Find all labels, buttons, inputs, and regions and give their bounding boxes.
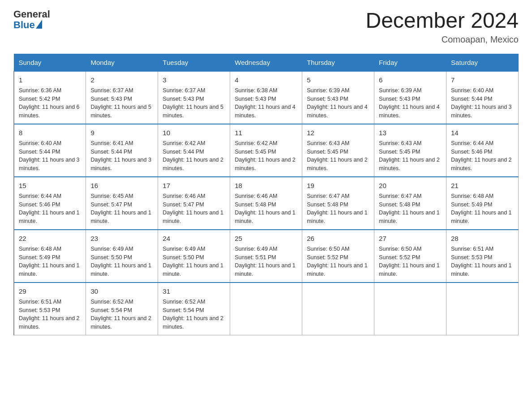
calendar-cell: 23 Sunrise: 6:49 AMSunset: 5:50 PMDaylig… <box>86 230 158 283</box>
calendar-cell: 13 Sunrise: 6:43 AMSunset: 5:45 PMDaylig… <box>374 124 446 177</box>
day-number: 11 <box>235 128 297 137</box>
day-number: 16 <box>90 181 153 190</box>
day-info: Sunrise: 6:45 AMSunset: 5:47 PMDaylight:… <box>90 193 151 224</box>
calendar-week-row: 1 Sunrise: 6:36 AMSunset: 5:42 PMDayligh… <box>14 71 519 124</box>
day-number: 21 <box>451 181 514 190</box>
calendar-cell: 25 Sunrise: 6:49 AMSunset: 5:51 PMDaylig… <box>230 230 302 283</box>
day-number: 24 <box>163 234 225 243</box>
logo-triangle-icon <box>36 20 42 29</box>
day-number: 6 <box>379 75 442 85</box>
calendar-cell: 24 Sunrise: 6:49 AMSunset: 5:50 PMDaylig… <box>158 230 230 283</box>
calendar-cell <box>374 283 446 335</box>
header-right: December 2024 Comoapan, Mexico <box>365 9 519 45</box>
calendar-cell: 22 Sunrise: 6:48 AMSunset: 5:49 PMDaylig… <box>14 230 86 283</box>
day-number: 2 <box>90 75 153 85</box>
calendar-cell: 15 Sunrise: 6:44 AMSunset: 5:46 PMDaylig… <box>14 177 86 230</box>
day-number: 23 <box>90 234 153 243</box>
day-info: Sunrise: 6:44 AMSunset: 5:46 PMDaylight:… <box>451 140 512 171</box>
column-header-monday: Monday <box>86 54 158 71</box>
calendar-cell: 8 Sunrise: 6:40 AMSunset: 5:44 PMDayligh… <box>14 124 86 177</box>
calendar-cell: 17 Sunrise: 6:46 AMSunset: 5:47 PMDaylig… <box>158 177 230 230</box>
calendar-cell: 7 Sunrise: 6:40 AMSunset: 5:44 PMDayligh… <box>446 71 519 124</box>
day-info: Sunrise: 6:42 AMSunset: 5:44 PMDaylight:… <box>163 140 223 171</box>
calendar-cell: 4 Sunrise: 6:38 AMSunset: 5:43 PMDayligh… <box>230 71 302 124</box>
calendar-cell: 26 Sunrise: 6:50 AMSunset: 5:52 PMDaylig… <box>302 230 374 283</box>
day-number: 1 <box>19 75 81 85</box>
calendar-cell <box>302 283 374 335</box>
day-info: Sunrise: 6:52 AMSunset: 5:54 PMDaylight:… <box>163 299 223 330</box>
logo-blue: Blue <box>13 20 35 30</box>
month-year-title: December 2024 <box>365 9 519 33</box>
day-info: Sunrise: 6:52 AMSunset: 5:54 PMDaylight:… <box>90 299 151 330</box>
day-number: 9 <box>90 128 153 137</box>
day-number: 13 <box>379 128 442 137</box>
day-info: Sunrise: 6:48 AMSunset: 5:49 PMDaylight:… <box>19 246 80 277</box>
calendar-cell: 16 Sunrise: 6:45 AMSunset: 5:47 PMDaylig… <box>86 177 158 230</box>
day-info: Sunrise: 6:48 AMSunset: 5:49 PMDaylight:… <box>451 193 512 224</box>
day-number: 3 <box>163 75 225 85</box>
calendar-cell: 12 Sunrise: 6:43 AMSunset: 5:45 PMDaylig… <box>302 124 374 177</box>
day-info: Sunrise: 6:41 AMSunset: 5:44 PMDaylight:… <box>90 140 151 171</box>
calendar-cell: 19 Sunrise: 6:47 AMSunset: 5:48 PMDaylig… <box>302 177 374 230</box>
day-number: 28 <box>451 234 514 243</box>
day-info: Sunrise: 6:39 AMSunset: 5:43 PMDaylight:… <box>379 87 440 119</box>
day-info: Sunrise: 6:40 AMSunset: 5:44 PMDaylight:… <box>19 140 80 171</box>
day-number: 30 <box>90 287 153 296</box>
day-number: 20 <box>379 181 442 190</box>
calendar-cell: 29 Sunrise: 6:51 AMSunset: 5:53 PMDaylig… <box>14 283 86 335</box>
day-info: Sunrise: 6:44 AMSunset: 5:46 PMDaylight:… <box>19 193 80 224</box>
calendar-cell: 10 Sunrise: 6:42 AMSunset: 5:44 PMDaylig… <box>158 124 230 177</box>
column-header-tuesday: Tuesday <box>158 54 230 71</box>
day-number: 27 <box>379 234 442 243</box>
day-info: Sunrise: 6:37 AMSunset: 5:43 PMDaylight:… <box>163 87 223 119</box>
day-number: 19 <box>307 181 369 190</box>
logo: General Blue <box>13 9 50 30</box>
calendar-cell: 28 Sunrise: 6:51 AMSunset: 5:53 PMDaylig… <box>446 230 519 283</box>
calendar-cell: 9 Sunrise: 6:41 AMSunset: 5:44 PMDayligh… <box>86 124 158 177</box>
day-info: Sunrise: 6:40 AMSunset: 5:44 PMDaylight:… <box>451 87 512 119</box>
calendar-cell: 1 Sunrise: 6:36 AMSunset: 5:42 PMDayligh… <box>14 71 86 124</box>
calendar-week-row: 29 Sunrise: 6:51 AMSunset: 5:53 PMDaylig… <box>14 283 519 335</box>
column-header-wednesday: Wednesday <box>230 54 302 71</box>
day-info: Sunrise: 6:50 AMSunset: 5:52 PMDaylight:… <box>379 246 440 277</box>
day-number: 4 <box>235 75 297 85</box>
day-info: Sunrise: 6:51 AMSunset: 5:53 PMDaylight:… <box>19 299 80 330</box>
day-number: 10 <box>163 128 225 137</box>
logo-general: General <box>13 9 50 20</box>
day-info: Sunrise: 6:43 AMSunset: 5:45 PMDaylight:… <box>307 140 368 171</box>
logo-text: General Blue <box>13 9 50 30</box>
calendar-cell: 14 Sunrise: 6:44 AMSunset: 5:46 PMDaylig… <box>446 124 519 177</box>
column-header-thursday: Thursday <box>302 54 374 71</box>
column-header-friday: Friday <box>374 54 446 71</box>
calendar-cell: 27 Sunrise: 6:50 AMSunset: 5:52 PMDaylig… <box>374 230 446 283</box>
day-number: 17 <box>163 181 225 190</box>
calendar-cell: 30 Sunrise: 6:52 AMSunset: 5:54 PMDaylig… <box>86 283 158 335</box>
day-number: 14 <box>451 128 514 137</box>
calendar-cell: 11 Sunrise: 6:42 AMSunset: 5:45 PMDaylig… <box>230 124 302 177</box>
day-number: 18 <box>235 181 297 190</box>
day-number: 15 <box>19 181 81 190</box>
day-info: Sunrise: 6:46 AMSunset: 5:47 PMDaylight:… <box>163 193 223 224</box>
day-info: Sunrise: 6:39 AMSunset: 5:43 PMDaylight:… <box>307 87 368 119</box>
day-number: 25 <box>235 234 297 243</box>
page-header: General Blue December 2024 Comoapan, Mex… <box>13 9 519 45</box>
day-info: Sunrise: 6:50 AMSunset: 5:52 PMDaylight:… <box>307 246 368 277</box>
day-info: Sunrise: 6:49 AMSunset: 5:50 PMDaylight:… <box>90 246 151 277</box>
calendar-header-row: SundayMondayTuesdayWednesdayThursdayFrid… <box>14 54 519 71</box>
day-number: 8 <box>19 128 81 137</box>
calendar-cell <box>230 283 302 335</box>
day-info: Sunrise: 6:49 AMSunset: 5:50 PMDaylight:… <box>163 246 223 277</box>
calendar-week-row: 8 Sunrise: 6:40 AMSunset: 5:44 PMDayligh… <box>14 124 519 177</box>
column-header-sunday: Sunday <box>14 54 86 71</box>
calendar-cell: 20 Sunrise: 6:47 AMSunset: 5:48 PMDaylig… <box>374 177 446 230</box>
day-number: 5 <box>307 75 369 85</box>
day-info: Sunrise: 6:37 AMSunset: 5:43 PMDaylight:… <box>90 87 151 119</box>
calendar-cell: 2 Sunrise: 6:37 AMSunset: 5:43 PMDayligh… <box>86 71 158 124</box>
day-info: Sunrise: 6:36 AMSunset: 5:42 PMDaylight:… <box>19 87 80 119</box>
calendar-cell: 31 Sunrise: 6:52 AMSunset: 5:54 PMDaylig… <box>158 283 230 335</box>
calendar-cell: 18 Sunrise: 6:46 AMSunset: 5:48 PMDaylig… <box>230 177 302 230</box>
day-info: Sunrise: 6:42 AMSunset: 5:45 PMDaylight:… <box>235 140 296 171</box>
calendar-cell: 3 Sunrise: 6:37 AMSunset: 5:43 PMDayligh… <box>158 71 230 124</box>
day-info: Sunrise: 6:38 AMSunset: 5:43 PMDaylight:… <box>235 87 296 119</box>
location-subtitle: Comoapan, Mexico <box>365 34 519 45</box>
